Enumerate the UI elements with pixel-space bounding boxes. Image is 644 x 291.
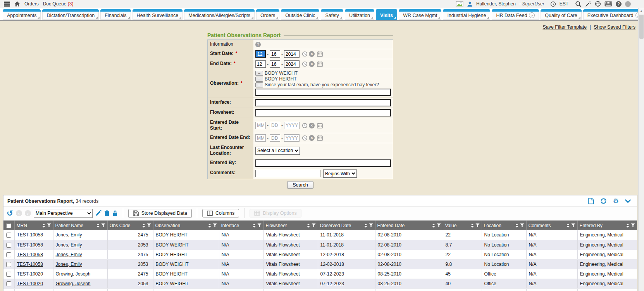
mrn-link[interactable]: TEST-10020: [17, 281, 43, 286]
interface-input[interactable]: [255, 99, 391, 106]
column-header-patient-name[interactable]: Patient Name: [53, 221, 107, 230]
filter-icon[interactable]: [213, 223, 217, 228]
column-header-interface[interactable]: Interface: [219, 221, 263, 230]
filter-icon[interactable]: [475, 223, 480, 228]
sort-icon[interactable]: [253, 224, 256, 228]
filter-icon[interactable]: [312, 223, 316, 228]
end-date-month-input[interactable]: [255, 60, 266, 68]
column-header-obs-code[interactable]: Obs Code: [107, 221, 153, 230]
sort-icon[interactable]: [515, 224, 518, 228]
observation-search-input[interactable]: [255, 89, 391, 96]
mrn-link[interactable]: TEST-10058: [17, 262, 43, 267]
sort-icon[interactable]: [471, 224, 474, 228]
lock-perspective-icon[interactable]: [112, 210, 118, 216]
entered-date-end-day-input[interactable]: [270, 134, 280, 142]
start-date-month-input[interactable]: [255, 50, 266, 58]
calendar-icon[interactable]: [317, 51, 323, 57]
undo-icon[interactable]: ↺: [7, 210, 13, 217]
flowsheet-input[interactable]: [255, 109, 391, 116]
delete-perspective-icon[interactable]: [104, 210, 110, 216]
row-checkbox[interactable]: [6, 281, 11, 286]
columns-button[interactable]: Columns: [202, 209, 239, 217]
row-checkbox[interactable]: [6, 272, 11, 277]
refresh-icon[interactable]: [600, 198, 607, 204]
keyboard-icon[interactable]: [604, 1, 612, 7]
remove-observation-button[interactable]: −: [255, 77, 263, 82]
column-header-value[interactable]: Value: [443, 221, 482, 230]
patient-name-link[interactable]: Jones, Emily: [56, 262, 82, 267]
filter-icon[interactable]: [631, 223, 635, 228]
mrn-link[interactable]: TEST-10058: [17, 252, 43, 257]
comments-input[interactable]: [255, 170, 320, 177]
nav-orders[interactable]: Orders: [24, 1, 39, 7]
entered-date-end-month-input[interactable]: [255, 134, 266, 142]
sort-icon[interactable]: [364, 224, 367, 228]
tab-orders[interactable]: Orders: [256, 9, 279, 20]
time-icon[interactable]: [302, 135, 308, 141]
sort-icon[interactable]: [42, 224, 45, 228]
column-header-observation[interactable]: Observation: [153, 221, 219, 230]
patient-name-link[interactable]: Jones, Emily: [56, 232, 82, 238]
search-icon[interactable]: [575, 1, 582, 7]
collapse-chevron-icon[interactable]: [625, 199, 631, 203]
remove-observation-button[interactable]: −: [255, 71, 263, 76]
column-header-location[interactable]: Location: [482, 221, 526, 230]
tab-wr-case-mgmt[interactable]: WR Case Mgmt: [399, 9, 441, 20]
home-icon[interactable]: [14, 1, 20, 7]
scrollbar-up-arrow[interactable]: ▲: [639, 8, 644, 14]
show-saved-filters-link[interactable]: Show Saved Filters: [594, 24, 635, 30]
store-displayed-data-button[interactable]: Store Displayed Data: [128, 209, 192, 218]
remove-observation-button[interactable]: −: [255, 82, 263, 87]
tab-appointments[interactable]: Appointments: [3, 9, 41, 20]
end-date-year-input[interactable]: [284, 60, 300, 68]
time-icon[interactable]: [302, 123, 308, 128]
column-header-entered-by[interactable]: Entered By: [577, 221, 637, 230]
entered-date-start-day-input[interactable]: [270, 122, 280, 129]
sort-icon[interactable]: [96, 224, 100, 228]
vertical-scrollbar[interactable]: ▲: [638, 8, 644, 291]
sort-icon[interactable]: [432, 224, 435, 228]
scrollbar-thumb[interactable]: [639, 15, 644, 39]
row-checkbox[interactable]: [6, 233, 11, 238]
tab-hr-data-feed[interactable]: HR Data Feed↗: [492, 9, 539, 20]
column-header-mrn[interactable]: MRN: [14, 221, 53, 230]
mrn-link[interactable]: TEST-10058: [17, 232, 43, 238]
tab-safety[interactable]: Safety: [321, 9, 343, 20]
perspective-select[interactable]: Main Perspective: [34, 209, 93, 218]
row-checkbox[interactable]: [6, 262, 11, 267]
edit-perspective-icon[interactable]: [95, 210, 102, 216]
patient-name-link[interactable]: Jones, Emily: [56, 242, 82, 248]
filter-icon[interactable]: [47, 223, 51, 228]
sort-icon[interactable]: [626, 224, 629, 228]
clear-date-icon[interactable]: ×: [309, 51, 315, 57]
sort-icon[interactable]: [307, 224, 310, 228]
gear-icon[interactable]: ⚙: [613, 198, 619, 204]
clear-date-icon[interactable]: ×: [309, 135, 315, 141]
tab-dictation-transcription[interactable]: Dictation/Transcription: [42, 9, 99, 20]
filter-icon[interactable]: [437, 223, 441, 228]
tab-utilization[interactable]: Utilization: [345, 9, 374, 20]
filter-icon[interactable]: [369, 223, 373, 228]
mrn-link[interactable]: TEST-10058: [17, 242, 43, 248]
column-header-observed-date[interactable]: Observed Date: [318, 221, 375, 230]
comments-match-select[interactable]: Begins With: [323, 169, 357, 178]
row-checkbox[interactable]: [6, 252, 11, 257]
new-document-icon[interactable]: [588, 198, 594, 204]
calendar-icon[interactable]: [317, 123, 323, 128]
start-date-day-input[interactable]: [270, 50, 280, 58]
row-checkbox[interactable]: [6, 243, 11, 248]
tab-quality-of-care[interactable]: Quality of Care: [541, 9, 581, 20]
clear-date-icon[interactable]: ×: [309, 61, 315, 67]
time-icon[interactable]: [302, 51, 308, 57]
end-date-day-input[interactable]: [270, 60, 280, 68]
filter-icon[interactable]: [257, 223, 262, 228]
filter-icon[interactable]: [520, 223, 524, 228]
nav-doc-queue[interactable]: Doc Queue (3): [43, 1, 74, 7]
time-icon[interactable]: [302, 61, 308, 67]
clear-date-icon[interactable]: ×: [309, 123, 315, 128]
save-filter-template-link[interactable]: Save Filter Template: [542, 24, 587, 30]
help-icon[interactable]: ?: [616, 1, 622, 7]
entered-date-start-month-input[interactable]: [255, 122, 266, 129]
patient-name-link[interactable]: Jones, Emily: [56, 252, 82, 257]
filter-icon[interactable]: [147, 223, 151, 228]
